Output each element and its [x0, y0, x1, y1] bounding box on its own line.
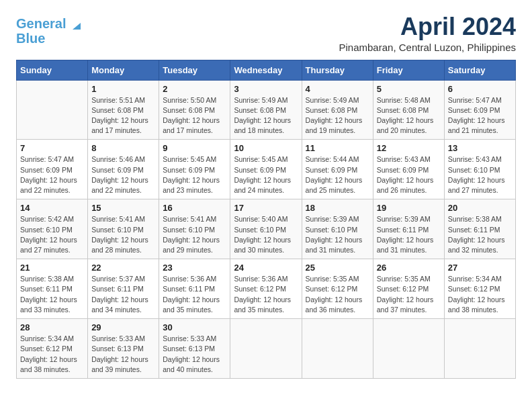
day-info: Sunrise: 5:34 AMSunset: 6:12 PMDaylight:…: [20, 334, 84, 375]
day-number: 8: [91, 143, 155, 153]
calendar-cell: 8Sunrise: 5:46 AMSunset: 6:09 PMDaylight…: [88, 140, 159, 199]
weekday-header-sunday: Sunday: [17, 60, 88, 80]
calendar-cell: 16Sunrise: 5:41 AMSunset: 6:10 PMDayligh…: [159, 199, 230, 259]
weekday-header-thursday: Thursday: [302, 60, 373, 80]
day-info: Sunrise: 5:51 AMSunset: 6:08 PMDaylight:…: [91, 95, 155, 136]
calendar-cell: 24Sunrise: 5:36 AMSunset: 6:12 PMDayligh…: [230, 259, 302, 319]
day-number: 17: [234, 203, 298, 213]
day-info: Sunrise: 5:38 AMSunset: 6:11 PMDaylight:…: [20, 274, 84, 315]
day-number: 28: [20, 322, 84, 332]
day-info: Sunrise: 5:39 AMSunset: 6:11 PMDaylight:…: [377, 214, 441, 255]
day-info: Sunrise: 5:35 AMSunset: 6:12 PMDaylight:…: [377, 274, 441, 315]
month-title: April 2024: [339, 13, 517, 40]
calendar-cell: 11Sunrise: 5:44 AMSunset: 6:09 PMDayligh…: [302, 140, 373, 199]
calendar-cell: 6Sunrise: 5:47 AMSunset: 6:09 PMDaylight…: [444, 80, 515, 140]
day-number: 23: [163, 263, 226, 273]
title-block: April 2024 Pinambaran, Central Luzon, Ph…: [339, 13, 517, 53]
calendar-cell: 3Sunrise: 5:49 AMSunset: 6:08 PMDaylight…: [230, 80, 302, 140]
day-info: Sunrise: 5:40 AMSunset: 6:10 PMDaylight:…: [234, 214, 298, 255]
weekday-header-tuesday: Tuesday: [159, 60, 230, 80]
calendar-cell: 23Sunrise: 5:36 AMSunset: 6:11 PMDayligh…: [159, 259, 230, 319]
calendar-cell: [373, 319, 444, 379]
weekday-header-monday: Monday: [88, 60, 159, 80]
calendar-cell: 27Sunrise: 5:34 AMSunset: 6:12 PMDayligh…: [444, 259, 515, 319]
day-info: Sunrise: 5:49 AMSunset: 6:08 PMDaylight:…: [306, 95, 369, 136]
calendar-cell: 20Sunrise: 5:38 AMSunset: 6:11 PMDayligh…: [444, 199, 515, 259]
day-info: Sunrise: 5:33 AMSunset: 6:13 PMDaylight:…: [163, 334, 226, 375]
day-number: 19: [377, 203, 441, 213]
weekday-header-saturday: Saturday: [444, 60, 515, 80]
day-number: 7: [20, 143, 84, 153]
day-info: Sunrise: 5:46 AMSunset: 6:09 PMDaylight:…: [91, 154, 155, 195]
calendar-cell: 10Sunrise: 5:45 AMSunset: 6:09 PMDayligh…: [230, 140, 302, 199]
day-info: Sunrise: 5:39 AMSunset: 6:10 PMDaylight:…: [306, 214, 369, 255]
calendar-cell: 17Sunrise: 5:40 AMSunset: 6:10 PMDayligh…: [230, 199, 302, 259]
calendar-cell: 4Sunrise: 5:49 AMSunset: 6:08 PMDaylight…: [302, 80, 373, 140]
calendar-cell: [230, 319, 302, 379]
day-number: 15: [91, 203, 155, 213]
calendar-cell: 28Sunrise: 5:34 AMSunset: 6:12 PMDayligh…: [17, 319, 88, 379]
day-info: Sunrise: 5:48 AMSunset: 6:08 PMDaylight:…: [377, 95, 441, 136]
day-info: Sunrise: 5:45 AMSunset: 6:09 PMDaylight:…: [163, 154, 226, 195]
day-info: Sunrise: 5:45 AMSunset: 6:09 PMDaylight:…: [234, 154, 298, 195]
calendar-cell: 13Sunrise: 5:43 AMSunset: 6:10 PMDayligh…: [444, 140, 515, 199]
svg-marker-0: [73, 23, 81, 30]
day-info: Sunrise: 5:43 AMSunset: 6:09 PMDaylight:…: [377, 154, 441, 195]
day-number: 14: [20, 203, 84, 213]
day-number: 4: [306, 84, 369, 94]
day-info: Sunrise: 5:41 AMSunset: 6:10 PMDaylight:…: [163, 214, 226, 255]
day-number: 3: [234, 84, 298, 94]
calendar-cell: [17, 80, 88, 140]
day-info: Sunrise: 5:44 AMSunset: 6:09 PMDaylight:…: [306, 154, 369, 195]
day-number: 12: [377, 143, 441, 153]
day-info: Sunrise: 5:47 AMSunset: 6:09 PMDaylight:…: [448, 95, 512, 136]
day-info: Sunrise: 5:41 AMSunset: 6:10 PMDaylight:…: [91, 214, 155, 255]
calendar-cell: [302, 319, 373, 379]
calendar-cell: 15Sunrise: 5:41 AMSunset: 6:10 PMDayligh…: [88, 199, 159, 259]
calendar-cell: 25Sunrise: 5:35 AMSunset: 6:12 PMDayligh…: [302, 259, 373, 319]
day-number: 30: [163, 322, 226, 332]
day-info: Sunrise: 5:34 AMSunset: 6:12 PMDaylight:…: [448, 274, 512, 315]
location-subtitle: Pinambaran, Central Luzon, Philippines: [339, 42, 517, 53]
day-info: Sunrise: 5:49 AMSunset: 6:08 PMDaylight:…: [234, 95, 298, 136]
calendar-table: SundayMondayTuesdayWednesdayThursdayFrid…: [16, 60, 516, 379]
day-info: Sunrise: 5:50 AMSunset: 6:08 PMDaylight:…: [163, 95, 226, 136]
page-header: General Blue April 2024 Pinambaran, Cent…: [16, 13, 516, 53]
day-number: 13: [448, 143, 512, 153]
day-number: 22: [91, 263, 155, 273]
day-number: 25: [306, 263, 369, 273]
day-info: Sunrise: 5:42 AMSunset: 6:10 PMDaylight:…: [20, 214, 84, 255]
logo-text: General: [16, 16, 81, 31]
day-info: Sunrise: 5:33 AMSunset: 6:13 PMDaylight:…: [91, 334, 155, 375]
calendar-cell: [444, 319, 515, 379]
calendar-cell: 18Sunrise: 5:39 AMSunset: 6:10 PMDayligh…: [302, 199, 373, 259]
calendar-cell: 9Sunrise: 5:45 AMSunset: 6:09 PMDaylight…: [159, 140, 230, 199]
calendar-cell: 29Sunrise: 5:33 AMSunset: 6:13 PMDayligh…: [88, 319, 159, 379]
logo: General Blue: [16, 16, 81, 46]
day-number: 11: [306, 143, 369, 153]
calendar-cell: 14Sunrise: 5:42 AMSunset: 6:10 PMDayligh…: [17, 199, 88, 259]
day-info: Sunrise: 5:36 AMSunset: 6:11 PMDaylight:…: [163, 274, 226, 315]
day-info: Sunrise: 5:36 AMSunset: 6:12 PMDaylight:…: [234, 274, 298, 315]
calendar-cell: 5Sunrise: 5:48 AMSunset: 6:08 PMDaylight…: [373, 80, 444, 140]
calendar-cell: 30Sunrise: 5:33 AMSunset: 6:13 PMDayligh…: [159, 319, 230, 379]
calendar-cell: 7Sunrise: 5:47 AMSunset: 6:09 PMDaylight…: [17, 140, 88, 199]
day-info: Sunrise: 5:47 AMSunset: 6:09 PMDaylight:…: [20, 154, 84, 195]
day-number: 6: [448, 84, 512, 94]
day-number: 20: [448, 203, 512, 213]
weekday-header-friday: Friday: [373, 60, 444, 80]
day-number: 2: [163, 84, 226, 94]
calendar-cell: 1Sunrise: 5:51 AMSunset: 6:08 PMDaylight…: [88, 80, 159, 140]
day-number: 10: [234, 143, 298, 153]
day-number: 21: [20, 263, 84, 273]
day-number: 16: [163, 203, 226, 213]
day-number: 26: [377, 263, 441, 273]
day-info: Sunrise: 5:35 AMSunset: 6:12 PMDaylight:…: [306, 274, 369, 315]
day-info: Sunrise: 5:37 AMSunset: 6:11 PMDaylight:…: [91, 274, 155, 315]
day-number: 29: [91, 322, 155, 332]
calendar-cell: 12Sunrise: 5:43 AMSunset: 6:09 PMDayligh…: [373, 140, 444, 199]
day-number: 27: [448, 263, 512, 273]
day-number: 1: [91, 84, 155, 94]
day-number: 9: [163, 143, 226, 153]
logo-text-blue: Blue: [16, 31, 45, 46]
